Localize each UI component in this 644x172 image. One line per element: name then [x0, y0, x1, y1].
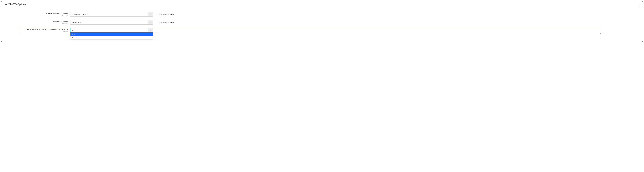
use-system-col: Use system value [156, 21, 174, 23]
static-urls-dropdown: Yes No [70, 33, 153, 39]
field-control: TinyMCE 4 [70, 20, 153, 25]
use-system-label: Use system value [159, 13, 174, 15]
use-system-checkbox[interactable] [156, 21, 158, 23]
select-value: TinyMCE 4 [70, 20, 148, 25]
dropdown-option-yes[interactable]: Yes [70, 33, 153, 36]
select-toggle[interactable] [148, 20, 153, 25]
dropdown-option-no[interactable]: No [70, 36, 153, 39]
caret-down-icon [150, 14, 151, 15]
field-control: No Yes No [70, 28, 153, 33]
use-system-col: Use system value [156, 13, 174, 15]
select-value: Enabled by Default [70, 12, 148, 17]
panel-header: WYSIWYG Options [3, 3, 641, 7]
field-label-col: WYSIWYG Editor [website] [3, 20, 70, 24]
field-row-enable-wysiwyg: Enable WYSIWYG Editor [store view] Enabl… [3, 12, 641, 17]
wysiwyg-editor-select[interactable]: TinyMCE 4 [70, 20, 153, 25]
field-scope: [store view] [3, 15, 68, 16]
wysiwyg-options-panel: WYSIWYG Options Enable WYSIWYG Editor [s… [1, 1, 643, 42]
caret-down-icon [150, 30, 151, 31]
panel-title: WYSIWYG Options [3, 3, 26, 6]
select-value: No [70, 28, 148, 33]
field-row-wysiwyg-editor: WYSIWYG Editor [website] TinyMCE 4 Use s… [3, 20, 641, 25]
field-label-col: Use Static URLs for Media Content in WYS… [3, 28, 70, 32]
enable-wysiwyg-select[interactable]: Enabled by Default [70, 12, 153, 17]
field-label: WYSIWYG Editor [3, 20, 68, 23]
chevron-up-icon [638, 5, 639, 6]
use-system-label: Use system value [159, 21, 174, 23]
field-scope: [website] [3, 23, 68, 24]
use-system-checkbox[interactable] [156, 13, 158, 15]
fields-container: Enable WYSIWYG Editor [store view] Enabl… [3, 12, 641, 33]
field-label-col: Enable WYSIWYG Editor [store view] [3, 12, 70, 16]
collapse-toggle[interactable] [637, 4, 640, 7]
field-control: Enabled by Default [70, 12, 153, 17]
field-label: Enable WYSIWYG Editor [3, 12, 68, 15]
static-urls-select[interactable]: No [70, 28, 153, 33]
field-scope: [global] [3, 31, 68, 32]
caret-down-icon [150, 22, 151, 23]
select-toggle[interactable] [148, 28, 153, 33]
field-label: Use Static URLs for Media Content in WYS… [3, 28, 68, 31]
select-toggle[interactable] [148, 12, 153, 17]
field-row-static-urls: Use Static URLs for Media Content in WYS… [3, 28, 641, 33]
